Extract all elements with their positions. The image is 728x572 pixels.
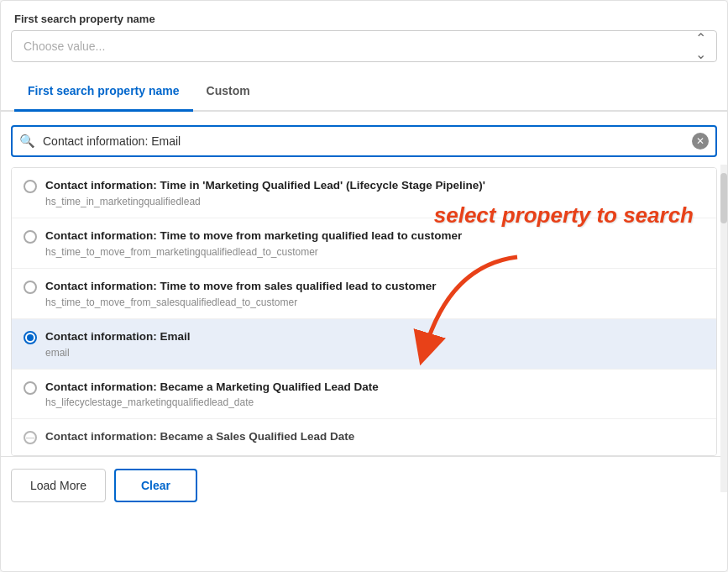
search-row: 🔍 ✕ bbox=[11, 125, 717, 157]
panel: 🔍 ✕ Contact information: Time in 'Market… bbox=[1, 112, 727, 456]
option-text-2: Contact information: Time to move from m… bbox=[45, 228, 462, 258]
search-input[interactable] bbox=[11, 125, 717, 157]
load-more-button[interactable]: Load More bbox=[11, 469, 106, 502]
list-item-selected[interactable]: Contact information: Email email bbox=[12, 319, 716, 370]
scrollbar-track bbox=[720, 165, 727, 492]
tab-custom[interactable]: Custom bbox=[193, 72, 264, 112]
option-sub-1: hs_time_in_marketingqualifiedlead bbox=[45, 196, 485, 207]
option-title-6: Contact information: Became a Sales Qual… bbox=[45, 429, 354, 445]
options-list: Contact information: Time in 'Marketing … bbox=[11, 167, 717, 456]
list-item[interactable]: Contact information: Became a Marketing … bbox=[12, 370, 716, 420]
footer-buttons: Load More Clear bbox=[1, 456, 727, 514]
option-sub-5: hs_lifecyclestage_marketingqualifiedlead… bbox=[45, 396, 379, 408]
option-title-4: Contact information: Email bbox=[45, 329, 191, 345]
option-text-4: Contact information: Email email bbox=[45, 329, 191, 359]
choose-value-wrapper[interactable]: Choose value... ⌃⌄ bbox=[11, 30, 717, 62]
option-title-1: Contact information: Time in 'Marketing … bbox=[45, 178, 485, 194]
tabs-bar: First search property name Custom bbox=[1, 72, 727, 112]
search-icon: 🔍 bbox=[19, 134, 35, 149]
clear-search-button[interactable]: ✕ bbox=[692, 133, 709, 150]
option-text-6: Contact information: Became a Sales Qual… bbox=[45, 429, 354, 445]
tab-first-search[interactable]: First search property name bbox=[14, 72, 193, 112]
radio-btn-6[interactable] bbox=[24, 431, 37, 444]
option-sub-4: email bbox=[45, 347, 191, 359]
list-item[interactable]: Contact information: Time to move from m… bbox=[12, 218, 716, 269]
list-item[interactable]: Contact information: Became a Sales Qual… bbox=[12, 419, 716, 455]
option-text-5: Contact information: Became a Marketing … bbox=[45, 380, 379, 409]
list-item[interactable]: Contact information: Time in 'Marketing … bbox=[12, 168, 716, 218]
list-item[interactable]: Contact information: Time to move from s… bbox=[12, 269, 716, 319]
radio-btn-2[interactable] bbox=[24, 230, 37, 244]
radio-btn-5[interactable] bbox=[24, 381, 37, 395]
option-text-3: Contact information: Time to move from s… bbox=[45, 279, 437, 308]
option-sub-3: hs_time_to_move_from_salesqualifiedlead_… bbox=[45, 296, 437, 308]
scrollbar-thumb[interactable] bbox=[720, 173, 727, 223]
option-sub-2: hs_time_to_move_from_marketingqualifiedl… bbox=[45, 246, 462, 258]
option-title-2: Contact information: Time to move from m… bbox=[45, 228, 462, 244]
radio-btn-1[interactable] bbox=[24, 180, 37, 193]
select-row: Choose value... ⌃⌄ bbox=[1, 30, 727, 72]
option-title-3: Contact information: Time to move from s… bbox=[45, 279, 437, 295]
radio-btn-3[interactable] bbox=[24, 281, 37, 294]
field-label: First search property name bbox=[1, 1, 727, 30]
option-text-1: Contact information: Time in 'Marketing … bbox=[45, 178, 485, 207]
choose-value-display[interactable]: Choose value... bbox=[12, 31, 716, 61]
radio-btn-4[interactable] bbox=[24, 331, 37, 344]
clear-button[interactable]: Clear bbox=[114, 469, 197, 502]
option-title-5: Contact information: Became a Marketing … bbox=[45, 380, 379, 396]
main-container: First search property name Choose value.… bbox=[0, 0, 728, 572]
